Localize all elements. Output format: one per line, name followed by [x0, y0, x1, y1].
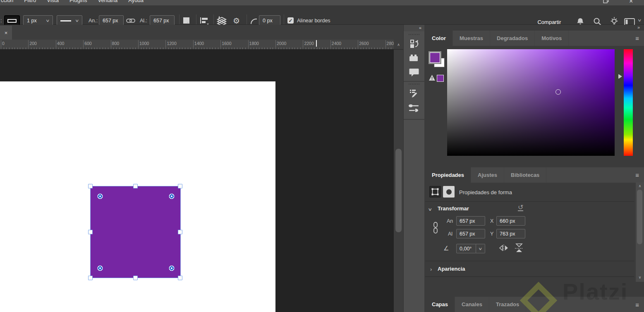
- brush-settings-panel-icon[interactable]: [408, 88, 420, 99]
- expand-panels-button[interactable]: «: [404, 25, 424, 31]
- transform-w-field[interactable]: 657 px: [456, 216, 485, 226]
- menu-item-ventana[interactable]: Ventana: [98, 0, 118, 3]
- close-window-icon[interactable]: ×: [629, 0, 633, 5]
- ruler-label: 1000: [139, 41, 149, 46]
- ruler-label: 800: [112, 41, 120, 46]
- tab-color[interactable]: Color: [425, 31, 453, 46]
- reset-transform-icon[interactable]: ↺: [518, 204, 523, 211]
- ruler-label: 1400: [194, 41, 204, 46]
- scrollbar-thumb[interactable]: [395, 149, 402, 232]
- hue-slider[interactable]: [624, 49, 633, 156]
- transform-h-field[interactable]: 657 px: [456, 229, 485, 238]
- transform-y-field[interactable]: 763 px: [496, 229, 525, 238]
- gamut-warning-icon[interactable]: [429, 74, 436, 81]
- tab-ajustes[interactable]: Ajustes: [471, 167, 504, 183]
- brushes-panel-icon[interactable]: [408, 102, 420, 115]
- link-dimensions-icon[interactable]: [126, 18, 135, 24]
- scroll-down-arrow[interactable]: ∨: [636, 275, 644, 279]
- document-tab-bar: ×: [0, 25, 403, 40]
- foreground-color-swatch[interactable]: [429, 51, 441, 64]
- align-edges-label: Alinear bordes: [297, 18, 330, 24]
- plugins-panel-icon[interactable]: [409, 54, 419, 63]
- path-operations-button[interactable]: [182, 17, 192, 26]
- shape-fill: [91, 186, 180, 278]
- collapse-panels-button[interactable]: »: [425, 25, 644, 31]
- properties-scrollbar[interactable]: ∧ ∨: [636, 182, 644, 282]
- menu-item-vista[interactable]: Vista: [47, 0, 59, 3]
- gear-icon[interactable]: ⚙: [233, 16, 240, 26]
- chevron-down-icon[interactable]: ∨: [428, 207, 432, 212]
- flip-vertical-icon[interactable]: [515, 243, 524, 253]
- tab-trazados[interactable]: Trazados: [489, 297, 526, 312]
- scroll-up-arrow[interactable]: ∧: [394, 40, 403, 50]
- chevron-right-icon[interactable]: ›: [430, 266, 432, 272]
- horizontal-ruler[interactable]: 0200400600800100012001400160018002000220…: [0, 40, 394, 50]
- tab-bibliotecas[interactable]: Bibliotecas: [504, 167, 546, 183]
- mask-properties-button[interactable]: [443, 186, 455, 198]
- search-icon[interactable]: [593, 17, 601, 26]
- color-panel-tabstrip: Color Muestras Degradados Motivos ≡: [425, 31, 644, 46]
- ruler-label: 400: [57, 41, 65, 46]
- transform-section-title[interactable]: Transformar: [438, 205, 469, 212]
- link-wh-icon[interactable]: [433, 221, 438, 234]
- corner-radius-widget-nw[interactable]: [97, 193, 103, 199]
- share-label: Compartir: [537, 19, 561, 25]
- rotation-angle-field[interactable]: 0,00°: [456, 244, 476, 253]
- menu-item-cción[interactable]: cción: [1, 0, 13, 3]
- appearance-section-title[interactable]: Apariencia: [438, 266, 465, 272]
- close-tab-icon[interactable]: ×: [5, 30, 8, 36]
- tab-canales[interactable]: Canales: [455, 297, 489, 312]
- transform-handle-se[interactable]: [178, 276, 182, 280]
- panel-menu-icon[interactable]: ≡: [635, 301, 639, 308]
- flip-horizontal-icon[interactable]: [499, 244, 509, 252]
- menu-item-plugins[interactable]: Plugins: [69, 0, 87, 3]
- transform-handle-n[interactable]: [133, 184, 138, 188]
- saturation-brightness-field[interactable]: [447, 49, 615, 156]
- document-tab[interactable]: ×: [0, 26, 12, 40]
- transform-handle-s[interactable]: [133, 276, 138, 280]
- restore-window-icon[interactable]: [603, 0, 609, 4]
- ruler-label: 1200: [167, 41, 176, 46]
- hue-slider-pointer[interactable]: [618, 74, 622, 79]
- transform-x-field[interactable]: 660 px: [496, 216, 525, 226]
- canvas[interactable]: [0, 81, 275, 312]
- transform-handle-w[interactable]: [88, 230, 93, 234]
- path-alignment-button[interactable]: [199, 17, 210, 26]
- gamut-closest-color-swatch[interactable]: [437, 75, 444, 82]
- panel-menu-icon[interactable]: ≡: [635, 35, 639, 42]
- transform-handle-e[interactable]: [178, 230, 182, 234]
- menu-item-filtro[interactable]: Filtro: [24, 0, 36, 3]
- menu-item-ayuda[interactable]: Ayuda: [128, 0, 144, 3]
- scrollbar-thumb[interactable]: [637, 190, 642, 244]
- corner-radius-widget-ne[interactable]: [169, 193, 175, 199]
- pasteboard[interactable]: [0, 50, 394, 312]
- shape-properties-button[interactable]: [429, 186, 441, 198]
- align-edges-checkbox[interactable]: ✓: [287, 17, 294, 24]
- history-panel-icon[interactable]: [408, 38, 420, 50]
- panel-menu-icon[interactable]: ≡: [635, 171, 639, 179]
- tab-degradados[interactable]: Degradados: [490, 31, 535, 46]
- comments-panel-icon[interactable]: [409, 67, 419, 77]
- shape-properties-title: Propiedades de forma: [459, 189, 512, 195]
- tab-muestras[interactable]: Muestras: [453, 31, 490, 46]
- tab-capas[interactable]: Capas: [425, 297, 455, 312]
- scroll-up-arrow[interactable]: ∧: [636, 184, 644, 188]
- shape-rectangle[interactable]: [91, 186, 180, 278]
- tab-motivos[interactable]: Motivos: [535, 31, 569, 46]
- transform-handle-nw[interactable]: [88, 184, 93, 188]
- corner-radius-widget-sw[interactable]: [97, 265, 103, 271]
- transform-h-label: Al: [448, 231, 452, 237]
- transform-handle-ne[interactable]: [178, 184, 182, 188]
- corner-radius-widget-se[interactable]: [169, 265, 175, 271]
- vertical-scrollbar[interactable]: [394, 50, 403, 312]
- angle-dropdown-button[interactable]: ∨: [476, 244, 485, 253]
- chevron-down-icon[interactable]: ∨: [637, 18, 642, 22]
- transform-y-label: Y: [490, 231, 493, 237]
- notifications-bell-icon[interactable]: [576, 17, 584, 26]
- tab-propiedades[interactable]: Propiedades: [425, 167, 471, 183]
- color-field-marker[interactable]: [555, 89, 561, 95]
- panel-grip[interactable]: [409, 83, 419, 85]
- line-style-icon: [60, 20, 71, 21]
- transform-handle-sw[interactable]: [88, 276, 93, 280]
- panel-grip[interactable]: [409, 34, 419, 35]
